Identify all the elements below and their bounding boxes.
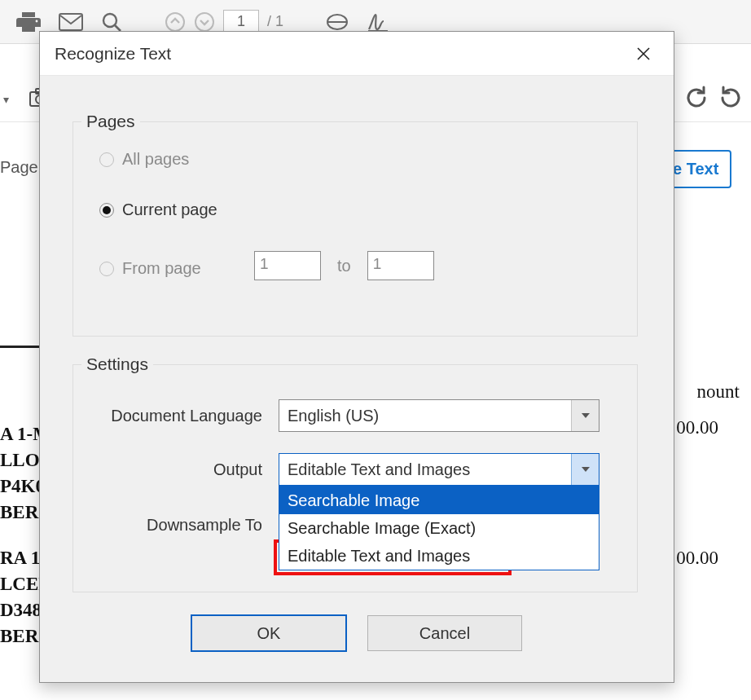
doc-line-8: BER: xyxy=(0,626,45,647)
dialog-buttons: OK Cancel xyxy=(40,615,674,651)
document-language-select[interactable]: English (US) xyxy=(279,399,599,432)
page-down-icon[interactable] xyxy=(194,11,215,33)
search-icon[interactable] xyxy=(101,11,122,33)
chevron-down-icon xyxy=(571,400,599,431)
doc-line-3: P4K0 xyxy=(0,476,45,497)
recognize-text-dialog: Recognize Text Pages All pages Current p… xyxy=(39,31,674,683)
print-icon[interactable] xyxy=(16,11,41,33)
page-nav: 1 / 1 xyxy=(165,10,283,34)
mail-icon[interactable] xyxy=(59,13,83,31)
output-option-searchable-image-exact[interactable]: Searchable Image (Exact) xyxy=(279,514,599,542)
radio-current-page-label: Current page xyxy=(122,200,217,219)
close-icon xyxy=(636,46,651,61)
page-total-label: / 1 xyxy=(267,13,283,30)
to-page-input[interactable]: 1 xyxy=(367,251,434,280)
radio-all-pages[interactable]: All pages xyxy=(99,150,189,169)
ok-button[interactable]: OK xyxy=(191,615,346,651)
hand-icon[interactable] xyxy=(326,12,349,32)
rotate-ccw-icon[interactable] xyxy=(684,86,709,113)
doc-line-7: D348 xyxy=(0,600,42,621)
svg-point-0 xyxy=(36,20,38,22)
pages-group: Pages All pages Current page From page 1… xyxy=(72,121,638,337)
page-label: Page xyxy=(0,158,38,177)
doc-amount-1: 00.00 xyxy=(676,417,718,438)
document-language-label: Document Language xyxy=(94,407,262,425)
radio-icon xyxy=(99,152,114,167)
downsample-label: Downsample To xyxy=(94,516,262,535)
output-dropdown: Searchable Image Searchable Image (Exact… xyxy=(279,486,599,570)
settings-group-label: Settings xyxy=(81,354,153,374)
output-value: Editable Text and Images xyxy=(279,454,571,485)
radio-from-page-label: From page xyxy=(122,259,201,278)
svg-point-2 xyxy=(103,14,116,27)
close-button[interactable] xyxy=(628,38,659,69)
dialog-titlebar: Recognize Text xyxy=(40,32,674,76)
radio-icon xyxy=(99,203,114,218)
output-select[interactable]: Editable Text and Images xyxy=(279,453,599,486)
page-range-group: 1 to 1 xyxy=(254,251,434,280)
output-option-searchable-image[interactable]: Searchable Image xyxy=(279,486,599,514)
svg-point-5 xyxy=(195,13,213,31)
doc-line-5: RA 1 xyxy=(0,548,40,569)
svg-point-4 xyxy=(166,13,184,31)
radio-current-page[interactable]: Current page xyxy=(99,200,217,219)
pages-group-label: Pages xyxy=(81,112,140,131)
radio-all-pages-label: All pages xyxy=(122,150,189,169)
doc-amount-2: 00.00 xyxy=(676,548,718,569)
to-label: to xyxy=(337,257,351,275)
doc-header-amount: nount xyxy=(697,381,740,403)
rotate-cw-icon[interactable] xyxy=(718,86,743,113)
page-up-icon[interactable] xyxy=(165,11,186,33)
output-row: Output Editable Text and Images xyxy=(94,453,599,486)
svg-line-3 xyxy=(115,25,121,31)
dialog-title: Recognize Text xyxy=(55,44,171,64)
sign-icon[interactable] xyxy=(367,11,389,33)
from-page-input[interactable]: 1 xyxy=(254,251,321,280)
page-number-field[interactable]: 1 xyxy=(223,10,259,34)
document-language-row: Document Language English (US) xyxy=(94,399,599,432)
output-label: Output xyxy=(94,460,262,479)
document-language-value: English (US) xyxy=(279,400,571,431)
output-option-editable-text-images[interactable]: Editable Text and Images xyxy=(279,542,599,570)
radio-from-page[interactable]: From page xyxy=(99,259,201,278)
menu-dropdown-icon[interactable]: ▾ xyxy=(3,93,9,106)
doc-line-4: BER: xyxy=(0,502,45,523)
svg-rect-1 xyxy=(59,14,82,30)
cancel-button[interactable]: Cancel xyxy=(367,615,522,651)
chevron-down-icon xyxy=(571,454,599,485)
radio-icon xyxy=(99,262,114,276)
settings-group: Settings Document Language English (US) … xyxy=(72,364,638,592)
